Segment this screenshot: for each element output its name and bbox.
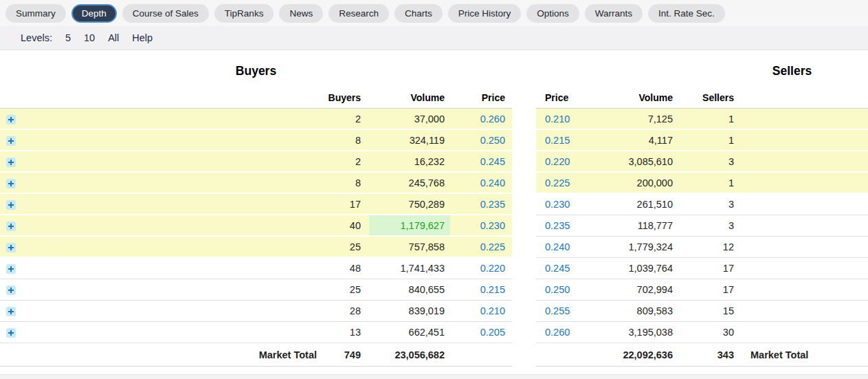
buy-volume-cell: 37,000 <box>369 109 450 130</box>
buyers-count-cell: 2 <box>320 109 369 130</box>
plus-icon <box>8 117 14 122</box>
total-sell-volume: 22,092,636 <box>597 343 675 367</box>
sell-volume-cell: 1,039,764 <box>597 258 675 279</box>
sell-price-link[interactable]: 0.230 <box>536 194 597 215</box>
sell-price-link[interactable]: 0.225 <box>536 173 597 194</box>
buy-price-link[interactable]: 0.220 <box>450 258 512 279</box>
buyers-count-cell: 25 <box>320 279 369 301</box>
tab[interactable]: Summary <box>5 4 66 23</box>
sell-price-link[interactable]: 0.215 <box>536 130 597 151</box>
sell-volume-cell: 702,994 <box>597 279 675 301</box>
empty-cell <box>536 343 597 367</box>
expand-cell <box>0 130 320 151</box>
tab[interactable]: News <box>279 4 323 23</box>
plus-icon <box>8 245 14 250</box>
expand-row-button[interactable] <box>6 179 16 188</box>
buyers-count-cell: 2 <box>320 151 369 173</box>
sell-volume-cell: 3,085,610 <box>597 151 675 173</box>
buyers-depth-row: 8 245,768 0.240 <box>0 173 512 194</box>
tab[interactable]: Int. Rate Sec. <box>648 4 725 23</box>
sell-price-link[interactable]: 0.220 <box>536 151 597 173</box>
buy-price-link[interactable]: 0.225 <box>450 237 512 258</box>
spacer-cell <box>735 130 866 151</box>
buyers-count-cell: 48 <box>320 258 369 279</box>
expand-row-button[interactable] <box>6 158 16 167</box>
expand-cell <box>0 151 320 173</box>
levels-bar: Levels: 510All Help <box>0 26 868 50</box>
sell-volume-cell: 4,117 <box>597 130 675 151</box>
expand-row-button[interactable] <box>6 115 16 124</box>
buyers-count-cell: 28 <box>320 301 369 322</box>
sell-price-link[interactable]: 0.235 <box>536 215 597 237</box>
sellers-table: Price Volume Sellers 0.210 7,125 1 0.215… <box>536 80 868 367</box>
sell-price-link[interactable]: 0.250 <box>536 279 597 301</box>
buy-price-link[interactable]: 0.210 <box>450 301 512 322</box>
sellers-depth-row: 0.225 200,000 1 <box>536 173 868 194</box>
spacer-cell <box>735 173 866 194</box>
buy-volume-header: Volume <box>369 80 450 109</box>
buyers-depth-row: 25 757,858 0.225 <box>0 237 512 258</box>
tab[interactable]: TipRanks <box>214 4 274 23</box>
sellers-depth-row: 0.250 702,994 17 <box>536 279 868 301</box>
sellers-depth-row: 0.260 3,195,038 30 <box>536 322 868 343</box>
tab-bar: SummaryDepthCourse of SalesTipRanksNewsR… <box>0 0 868 26</box>
buy-volume-cell: 1,741,433 <box>369 258 450 279</box>
buy-price-link[interactable]: 0.240 <box>450 173 512 194</box>
buy-price-link[interactable]: 0.260 <box>450 109 512 130</box>
buy-price-header: Price <box>450 80 512 109</box>
tab[interactable]: Charts <box>394 4 443 23</box>
buy-price-link[interactable]: 0.230 <box>450 215 512 237</box>
tab[interactable]: Price History <box>448 4 522 23</box>
expand-row-button[interactable] <box>6 285 16 295</box>
buyers-panel: Buyers Buyers Volume Price 2 37,000 0.26… <box>0 50 512 367</box>
spacer-header <box>0 80 320 109</box>
buy-price-link[interactable]: 0.215 <box>450 279 512 301</box>
levels-option[interactable]: 5 <box>65 32 71 43</box>
sell-volume-cell: 118,777 <box>597 215 675 237</box>
expand-row-button[interactable] <box>6 328 16 338</box>
sell-price-link[interactable]: 0.240 <box>536 237 597 258</box>
sell-price-link[interactable]: 0.255 <box>536 301 597 322</box>
sellers-market-total-row: 22,092,636 343 Market Total <box>536 343 868 367</box>
sell-price-link[interactable]: 0.260 <box>536 322 597 343</box>
buy-price-link[interactable]: 0.235 <box>450 194 512 215</box>
sell-volume-header: Volume <box>597 80 675 109</box>
expand-row-button[interactable] <box>6 243 16 252</box>
help-link[interactable]: Help <box>132 32 153 43</box>
spacer-cell <box>735 194 866 215</box>
expand-row-button[interactable] <box>6 221 16 231</box>
tab[interactable]: Research <box>329 4 389 23</box>
buyers-depth-row: 13 662,451 0.205 <box>0 322 512 343</box>
buyers-depth-row: 28 839,019 0.210 <box>0 301 512 322</box>
expand-row-button[interactable] <box>6 264 16 274</box>
total-buyers-count: 749 <box>320 343 369 367</box>
expand-row-button[interactable] <box>6 200 16 210</box>
buyers-count-cell: 8 <box>320 173 369 194</box>
spacer-cell <box>735 301 866 322</box>
expand-row-button[interactable] <box>6 307 16 316</box>
expand-cell <box>0 194 320 215</box>
tab[interactable]: Options <box>526 4 579 23</box>
spacer-cell <box>735 322 866 343</box>
buy-volume-cell: 750,289 <box>369 194 450 215</box>
buy-volume-cell: 1,179,627 <box>369 215 450 237</box>
buy-price-link[interactable]: 0.250 <box>450 130 512 151</box>
buyers-depth-row: 17 750,289 0.235 <box>0 194 512 215</box>
levels-option[interactable]: All <box>108 32 119 43</box>
sellers-count-cell: 30 <box>675 322 735 343</box>
sell-volume-cell: 261,510 <box>597 194 675 215</box>
spacer-cell <box>735 151 866 173</box>
buy-price-link[interactable]: 0.205 <box>450 322 512 343</box>
sell-price-link[interactable]: 0.210 <box>536 109 597 130</box>
levels-option[interactable]: 10 <box>84 32 95 43</box>
sellers-count-cell: 3 <box>675 194 735 215</box>
expand-row-button[interactable] <box>6 136 16 146</box>
sellers-count-cell: 17 <box>675 258 735 279</box>
buy-price-link[interactable]: 0.245 <box>450 151 512 173</box>
spacer-cell <box>735 237 866 258</box>
tab[interactable]: Depth <box>71 4 117 23</box>
sell-price-link[interactable]: 0.245 <box>536 258 597 279</box>
tab[interactable]: Warrants <box>585 4 643 23</box>
tab[interactable]: Course of Sales <box>122 4 209 23</box>
sellers-panel: Sellers Price Volume Sellers 0.210 7,125… <box>536 50 868 367</box>
